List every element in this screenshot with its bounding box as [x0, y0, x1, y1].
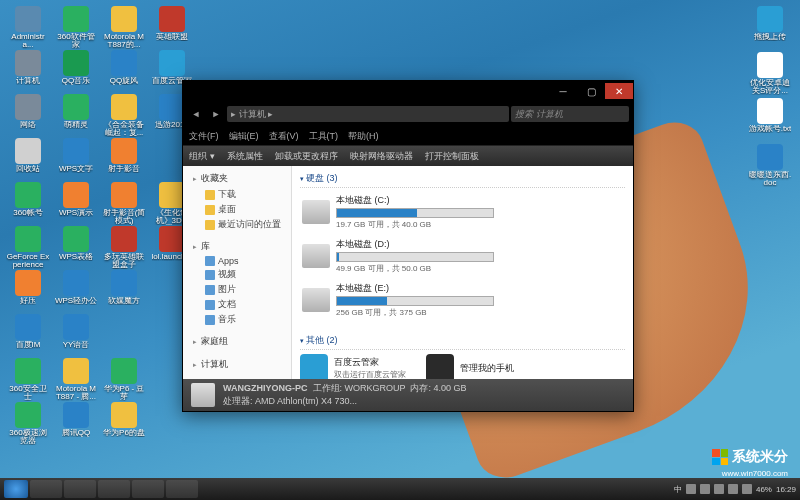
desktop-icon[interactable]: 网络 — [6, 94, 50, 138]
explorer-window: ─ ▢ ✕ ◄ ► ▸ 计算机 ▸ 搜索 计算机 文件(F)编辑(E)查看(V)… — [182, 80, 634, 412]
drive[interactable]: 本地磁盘 (D:)49.9 GB 可用，共 50.0 GB — [300, 236, 494, 276]
desktop-icon[interactable]: 百度IM — [6, 314, 50, 358]
taskbar-item[interactable] — [166, 480, 198, 498]
address-bar-row: ◄ ► ▸ 计算机 ▸ 搜索 计算机 — [183, 101, 633, 127]
sidebar-item[interactable]: 桌面 — [183, 202, 291, 217]
menu-bar: 文件(F)编辑(E)查看(V)工具(T)帮助(H) — [183, 127, 633, 146]
sidebar-item[interactable]: 音乐 — [183, 312, 291, 327]
drive-icon — [302, 244, 330, 268]
desktop-icon[interactable]: 华为P6 - 豆芽 — [102, 358, 146, 402]
desktop-icon[interactable]: WPS文字 — [54, 138, 98, 182]
address-bar[interactable]: ▸ 计算机 ▸ — [227, 106, 509, 122]
sidebar-homegroup[interactable]: 家庭组 — [183, 333, 291, 350]
tray-icon[interactable] — [742, 484, 752, 494]
command-item[interactable]: 打开控制面板 — [425, 150, 479, 163]
taskbar-item[interactable] — [132, 480, 164, 498]
sidebar: 收藏夹 下载桌面最近访问的位置 库 Apps视频图片文档音乐 家庭组 计算机 网… — [183, 166, 292, 379]
desktop-icon[interactable]: 华为P6的盘 — [102, 402, 146, 446]
drive-icon — [302, 288, 330, 312]
desktop-icon[interactable]: WPS演示 — [54, 182, 98, 226]
desktop-icon[interactable]: 射手影音(简模式) — [102, 182, 146, 226]
app-icon — [426, 354, 454, 379]
command-item[interactable]: 映射网络驱动器 — [350, 150, 413, 163]
desktop-icon[interactable]: GeForce Experience — [6, 226, 50, 270]
system-tray[interactable]: 中 46% 16:29 — [674, 484, 796, 495]
desktop-icon[interactable]: 多玩英雄联盟盒子 — [102, 226, 146, 270]
desktop-icon[interactable]: 好压 — [6, 270, 50, 314]
start-button[interactable] — [4, 480, 28, 498]
desktop-icon[interactable]: 360安全卫士 — [6, 358, 50, 402]
other-item[interactable]: 百度云管家双击运行百度云管家 — [300, 354, 406, 379]
taskbar-item[interactable] — [64, 480, 96, 498]
desktop-icon[interactable]: 《合金装备崛起：复... — [102, 94, 146, 138]
sidebar-computer[interactable]: 计算机 — [183, 356, 291, 373]
desktop-icon[interactable]: 计算机 — [6, 50, 50, 94]
desktop-icon[interactable]: 360帐号 — [6, 182, 50, 226]
desktop-icon[interactable]: 英雄联盟 — [150, 6, 194, 50]
nav-back-button[interactable]: ◄ — [187, 106, 205, 122]
sidebar-item[interactable]: 图片 — [183, 282, 291, 297]
desktop-icon[interactable]: Administra... — [6, 6, 50, 50]
sidebar-item[interactable]: 下载 — [183, 187, 291, 202]
menu-item[interactable]: 文件(F) — [189, 130, 219, 143]
taskbar-item[interactable] — [98, 480, 130, 498]
desktop-icon[interactable]: 腾讯QQ — [54, 402, 98, 446]
desktop-icon[interactable]: WPS表格 — [54, 226, 98, 270]
close-button[interactable]: ✕ — [605, 83, 633, 99]
sidebar-favorites[interactable]: 收藏夹 — [183, 170, 291, 187]
nav-fwd-button[interactable]: ► — [207, 106, 225, 122]
command-bar: 组织 ▾系统属性卸载或更改程序映射网络驱动器打开控制面板 — [183, 146, 633, 166]
desktop-icon[interactable]: 360极速浏览器 — [6, 402, 50, 446]
drive-icon — [302, 200, 330, 224]
command-item[interactable]: 系统属性 — [227, 150, 263, 163]
menu-item[interactable]: 工具(T) — [309, 130, 339, 143]
desktop-icon[interactable]: Motorola MT887的... — [102, 6, 146, 50]
status-bar: WANGZHIYONG-PC 工作组: WORKGROUP 内存: 4.00 G… — [183, 379, 633, 411]
other-item[interactable]: 管理我的手机 — [426, 354, 514, 379]
maximize-button[interactable]: ▢ — [577, 83, 605, 99]
command-item[interactable]: 卸载或更改程序 — [275, 150, 338, 163]
sidebar-item[interactable]: Apps — [183, 255, 291, 267]
content-pane: 硬盘 (3) 本地磁盘 (C:)19.7 GB 可用，共 40.0 GB本地磁盘… — [292, 166, 633, 379]
desktop-icon[interactable]: 回收站 — [6, 138, 50, 182]
tray-icon[interactable] — [686, 484, 696, 494]
desktop-icon[interactable]: 拖拽上传 — [748, 6, 792, 50]
desktop-icon[interactable]: QQ旋风 — [102, 50, 146, 94]
tray-icon[interactable] — [700, 484, 710, 494]
drive[interactable]: 本地磁盘 (C:)19.7 GB 可用，共 40.0 GB — [300, 192, 494, 232]
computer-icon — [191, 383, 215, 407]
menu-item[interactable]: 查看(V) — [269, 130, 299, 143]
drive[interactable]: 本地磁盘 (E:)256 GB 可用，共 375 GB — [300, 280, 494, 320]
minimize-button[interactable]: ─ — [549, 83, 577, 99]
sidebar-item[interactable]: 文档 — [183, 297, 291, 312]
command-item[interactable]: 组织 ▾ — [189, 150, 215, 163]
desktop-icon[interactable]: 软媒魔方 — [102, 270, 146, 314]
sidebar-libraries[interactable]: 库 — [183, 238, 291, 255]
desktop-icon[interactable]: QQ音乐 — [54, 50, 98, 94]
desktop-icon[interactable]: 射手影音 — [102, 138, 146, 182]
desktop-icon[interactable]: 360软件管家 — [54, 6, 98, 50]
desktop-icon[interactable]: 游戏帐号.txt — [748, 98, 792, 142]
sidebar-item[interactable]: 最近访问的位置 — [183, 217, 291, 232]
desktop-icon[interactable]: 优化安卓通关S评分... — [748, 52, 792, 96]
titlebar: ─ ▢ ✕ — [183, 81, 633, 101]
section-other-header[interactable]: 其他 (2) — [300, 332, 625, 350]
desktop-icon[interactable]: WPS轻办公 — [54, 270, 98, 314]
search-input[interactable]: 搜索 计算机 — [511, 106, 629, 122]
windows-logo-icon — [712, 449, 728, 465]
sidebar-item[interactable]: 视频 — [183, 267, 291, 282]
desktop-icon[interactable]: YY语音 — [54, 314, 98, 358]
menu-item[interactable]: 编辑(E) — [229, 130, 259, 143]
section-drives-header[interactable]: 硬盘 (3) — [300, 170, 625, 188]
watermark-url: www.win7000.com — [722, 469, 788, 478]
tray-icon[interactable] — [714, 484, 724, 494]
taskbar: 中 46% 16:29 — [0, 478, 800, 500]
tray-icon[interactable] — [728, 484, 738, 494]
app-icon — [300, 354, 328, 379]
desktop-icon[interactable]: 暖暖送东西.doc — [748, 144, 792, 188]
desktop-icon[interactable]: Motorola MT887 - 腾... — [54, 358, 98, 402]
taskbar-item[interactable] — [30, 480, 62, 498]
desktop-icon[interactable]: 萌精灵 — [54, 94, 98, 138]
watermark-brand: 系统米分 — [712, 448, 788, 466]
menu-item[interactable]: 帮助(H) — [348, 130, 379, 143]
